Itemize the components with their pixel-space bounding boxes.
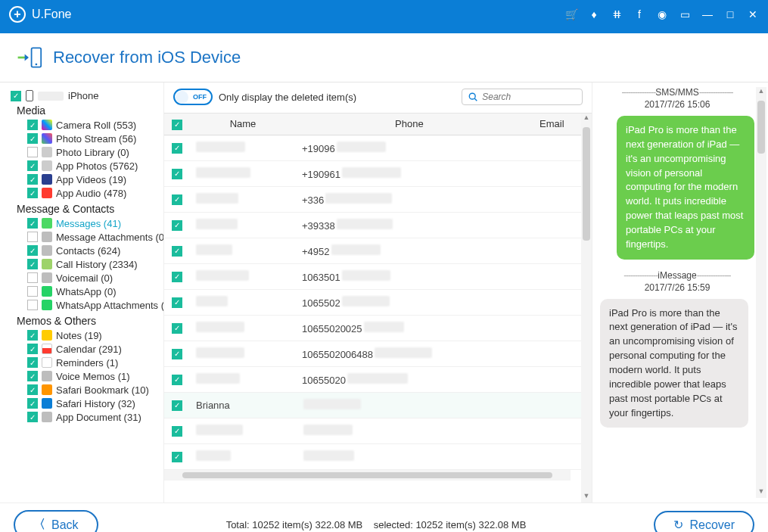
item-checkbox[interactable] <box>27 398 38 409</box>
item-checkbox[interactable] <box>27 188 38 198</box>
close-icon[interactable]: ✕ <box>747 8 759 20</box>
row-checkbox[interactable] <box>172 452 182 462</box>
item-checkbox[interactable] <box>27 133 38 144</box>
sidebar-item-label: App Photos (5762) <box>56 160 138 172</box>
row-checkbox[interactable] <box>172 400 182 411</box>
row-checkbox[interactable] <box>172 375 182 385</box>
col-name[interactable]: Name <box>190 114 296 135</box>
item-checkbox[interactable] <box>27 232 38 242</box>
table-row[interactable]: Brianna <box>164 392 581 418</box>
table-row[interactable]: 10655020 <box>164 366 581 392</box>
col-email[interactable]: Email <box>523 114 581 135</box>
sidebar-item[interactable]: Camera Roll (553) <box>11 118 159 132</box>
sidebar-item[interactable]: Reminders (1) <box>11 356 159 369</box>
maximize-icon[interactable]: □ <box>724 8 736 20</box>
item-checkbox[interactable] <box>27 147 38 157</box>
back-button[interactable]: 〈 Back <box>14 510 98 532</box>
table-row[interactable]: +336 <box>164 186 581 212</box>
cell-name <box>190 212 296 238</box>
sidebar-item[interactable]: Photo Library (0) <box>11 145 159 159</box>
sidebar-item[interactable]: App Document (31) <box>11 410 159 424</box>
diamond-icon[interactable]: ♦ <box>588 8 600 20</box>
item-checkbox[interactable] <box>27 272 38 283</box>
back-label: Back <box>51 518 79 532</box>
row-checkbox[interactable] <box>172 349 182 359</box>
cart-icon[interactable]: 🛒 <box>565 8 577 20</box>
sidebar-item[interactable]: Voicemail (0) <box>11 271 159 285</box>
sidebar-item[interactable]: Voice Memos (1) <box>11 369 159 383</box>
item-checkbox[interactable] <box>27 344 38 354</box>
cell-name <box>190 443 296 469</box>
search-box[interactable] <box>462 89 583 105</box>
table-row[interactable] <box>164 418 581 443</box>
sidebar-item-label: Photo Stream (56) <box>56 133 136 145</box>
table-row[interactable]: +190961 <box>164 160 581 186</box>
item-checkbox[interactable] <box>27 259 38 269</box>
facebook-icon[interactable]: f <box>633 8 645 20</box>
table-row[interactable]: 1065502 <box>164 289 581 315</box>
item-checkbox[interactable] <box>27 357 38 368</box>
item-checkbox[interactable] <box>27 174 38 185</box>
item-checkbox[interactable] <box>27 412 38 422</box>
sidebar-item[interactable]: App Videos (19) <box>11 173 159 186</box>
feedback-icon[interactable]: ▭ <box>679 8 691 20</box>
sidebar-item[interactable]: Call History (2334) <box>11 257 159 271</box>
search-input[interactable] <box>482 92 576 102</box>
deleted-toggle[interactable]: OFF <box>173 89 213 105</box>
device-transfer-icon <box>15 44 42 71</box>
sidebar-item[interactable]: Messages (41) <box>11 216 159 230</box>
item-checkbox[interactable] <box>27 160 38 171</box>
select-all-checkbox[interactable] <box>172 120 182 130</box>
page-header: Recover from iOS Device <box>0 29 768 82</box>
table-row[interactable]: 1065502006488 <box>164 341 581 366</box>
recover-button[interactable]: ↻ Recover <box>654 511 754 532</box>
sidebar-item[interactable]: App Photos (5762) <box>11 159 159 173</box>
sidebar-item[interactable]: Message Attachments (0) <box>11 230 159 244</box>
row-checkbox[interactable] <box>172 194 182 205</box>
minimize-icon[interactable]: — <box>701 8 714 20</box>
row-checkbox[interactable] <box>172 143 182 154</box>
preview-scrollbar[interactable]: ▲ ▼ <box>756 87 766 498</box>
sidebar-item[interactable]: Notes (19) <box>11 328 159 342</box>
col-phone[interactable]: Phone <box>296 114 523 135</box>
item-checkbox[interactable] <box>27 218 38 229</box>
table-row[interactable] <box>164 443 581 469</box>
sidebar-item[interactable]: WhatsApp (0) <box>11 285 159 298</box>
sidebar-item[interactable]: Safari History (32) <box>11 397 159 410</box>
table-row[interactable]: +19096 <box>164 135 581 160</box>
category-icon <box>42 384 52 395</box>
item-checkbox[interactable] <box>27 300 38 310</box>
table-row[interactable]: 1063501 <box>164 263 581 289</box>
table-row[interactable]: 10655020025 <box>164 315 581 341</box>
device-blur <box>38 92 64 101</box>
sidebar-item[interactable]: Calendar (291) <box>11 342 159 356</box>
sidebar-item[interactable]: WhatsApp Attachments (0) <box>11 298 159 312</box>
item-checkbox[interactable] <box>27 330 38 341</box>
row-checkbox[interactable] <box>172 220 182 231</box>
item-checkbox[interactable] <box>27 120 38 130</box>
table-row[interactable]: +39338 <box>164 212 581 238</box>
item-checkbox[interactable] <box>27 384 38 395</box>
device-checkbox[interactable] <box>11 91 21 101</box>
table-row[interactable]: +4952 <box>164 238 581 263</box>
item-checkbox[interactable] <box>27 371 38 381</box>
row-checkbox[interactable] <box>172 169 182 179</box>
key-icon[interactable]: ⵌ <box>611 8 623 20</box>
row-checkbox[interactable] <box>172 426 182 437</box>
sidebar-item[interactable]: App Audio (478) <box>11 186 159 200</box>
item-checkbox[interactable] <box>27 245 38 256</box>
horizontal-scrollbar[interactable] <box>164 470 571 481</box>
vertical-scrollbar[interactable]: ▲▼ <box>581 114 592 502</box>
row-checkbox[interactable] <box>172 272 182 282</box>
sidebar-item-label: Safari History (32) <box>56 398 135 409</box>
row-checkbox[interactable] <box>172 246 182 257</box>
sidebar-item[interactable]: Photo Stream (56) <box>11 132 159 145</box>
row-checkbox[interactable] <box>172 297 182 308</box>
category-icon <box>42 272 52 283</box>
globe-icon[interactable]: ◉ <box>656 8 668 20</box>
sidebar-item[interactable]: Safari Bookmark (10) <box>11 383 159 397</box>
sidebar-item[interactable]: Contacts (624) <box>11 244 159 257</box>
device-row[interactable]: iPhone <box>11 90 159 101</box>
row-checkbox[interactable] <box>172 323 182 334</box>
item-checkbox[interactable] <box>27 286 38 297</box>
